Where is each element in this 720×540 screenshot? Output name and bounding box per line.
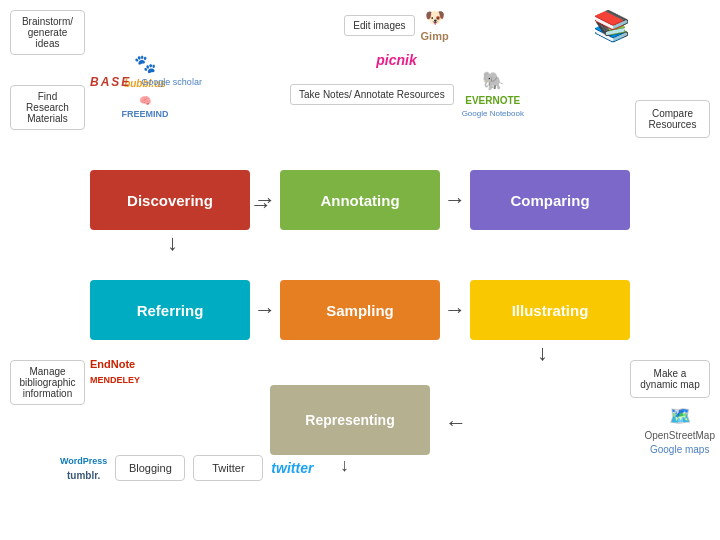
referring-block: Referring <box>90 280 250 340</box>
evernote-icon: 🐘 <box>482 70 504 92</box>
google-maps-text: Google maps <box>650 444 709 455</box>
freemind-brain-icon: 🧠 <box>139 95 151 106</box>
base-logo: BASE <box>90 75 131 89</box>
bib-tools: EndNote MENDELEY <box>90 358 140 385</box>
brainstorm-label: Brainstorm/ generate ideas <box>10 10 85 55</box>
blogging-box: Blogging <box>115 455 185 481</box>
process-row-2: Referring → Sampling → Illustrating <box>90 280 630 340</box>
evernote-text: EVERNOTE <box>465 95 520 106</box>
comparing-block: Comparing <box>470 170 630 230</box>
map-icons: 🗺️ OpenStreetMap Google maps <box>644 405 715 455</box>
edit-images-box: Edit images <box>344 15 414 36</box>
gimp-text: Gimp <box>421 30 449 42</box>
find-research-tools: BASE Google scholar <box>90 75 202 89</box>
twitter-box: Twitter <box>193 455 263 481</box>
gscholar-text: Google scholar <box>141 77 202 87</box>
compare-resources-label: Compare Resources <box>635 100 710 138</box>
openstreetmap-text: OpenStreetMap <box>644 430 715 441</box>
endnote-text: EndNote <box>90 358 140 370</box>
stack-icon: 📚 <box>593 8 630 43</box>
picnik-text: picnik <box>376 52 416 68</box>
blog-logos: WordPress tumblr. <box>60 456 107 481</box>
arrow-representing-down: ↓ <box>340 455 349 476</box>
dynamic-map-label: Make a dynamic map <box>630 360 710 398</box>
base-text: BASE <box>90 75 131 89</box>
find-research-label: Find Research Materials <box>10 85 85 130</box>
gimp-logo: 🐶 Gimp <box>421 8 449 42</box>
picnik-logo: picnik <box>376 52 416 68</box>
tumblr-text: tumblr. <box>67 470 100 481</box>
process-row-1: Discovering → Annotating → Comparing <box>90 170 630 230</box>
wordpress-text: WordPress <box>60 456 107 466</box>
annotating-block: Annotating <box>280 170 440 230</box>
freemind-text: FREEMIND <box>122 109 169 119</box>
openstreetmap-icon: 🗺️ <box>669 405 691 427</box>
arrow-1: → <box>250 187 280 213</box>
illustrating-block: Illustrating <box>470 280 630 340</box>
bottom-row: WordPress tumblr. Blogging Twitter twitt… <box>60 455 313 481</box>
arrow-3: → <box>250 297 280 323</box>
freemind-logo: 🧠 FREEMIND <box>122 95 169 119</box>
representing-block: Representing <box>270 385 430 455</box>
bubbl-icon: 🐾 <box>134 53 156 75</box>
diagram-container: Brainstorm/ generate ideas Find Research… <box>0 0 720 540</box>
gnb-text: Google Notebook <box>462 109 524 118</box>
take-notes-tools: Take Notes/ Annotate Resources 🐘 EVERNOT… <box>290 70 524 118</box>
stack-icon-area: 📚 <box>593 8 630 163</box>
side-labels-left: Brainstorm/ generate ideas Find Research… <box>10 10 85 130</box>
arrow-4: → <box>440 297 470 323</box>
take-notes-box: Take Notes/ Annotate Resources <box>290 84 454 105</box>
discovering-block: Discovering <box>90 170 250 230</box>
sampling-block: Sampling <box>280 280 440 340</box>
arrow-down-1: ↓ <box>167 230 178 256</box>
manage-bib-label: Manage bibliographic information <box>10 360 85 405</box>
arrow-down-2: ↓ <box>537 340 548 366</box>
evernote-logo: 🐘 EVERNOTE Google Notebook <box>462 70 524 118</box>
twitter-logo: twitter <box>271 460 313 476</box>
gscholar-logo: Google scholar <box>141 77 202 87</box>
mendeley-text: MENDELEY <box>90 375 140 385</box>
arrow-2: → <box>440 187 470 213</box>
arrow-to-representing: ← <box>445 410 467 436</box>
gimp-icon: 🐶 <box>425 8 445 27</box>
